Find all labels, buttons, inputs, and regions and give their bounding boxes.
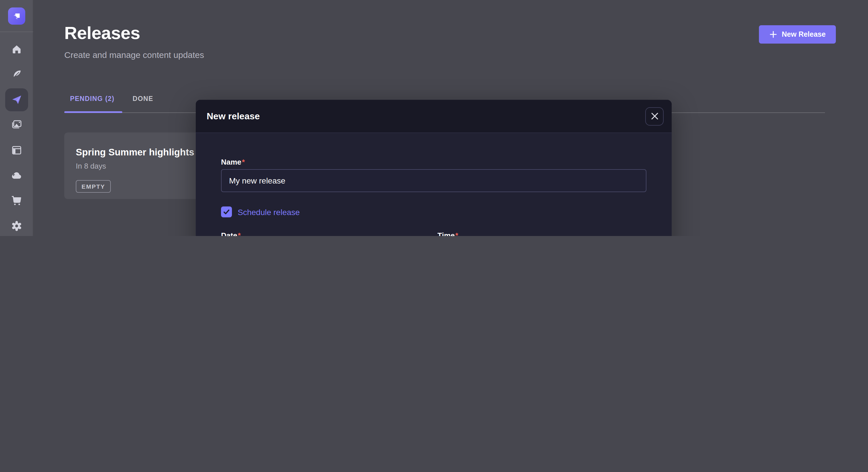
- sidebar-item-settings[interactable]: [5, 214, 28, 236]
- release-card[interactable]: Spring Summer highlights In 8 days EMPTY: [64, 133, 208, 199]
- plus-icon: [769, 30, 777, 38]
- sidebar-item-deploy[interactable]: [5, 164, 28, 187]
- release-card-title: Spring Summer highlights: [76, 147, 196, 158]
- page-title: Releases: [64, 23, 140, 43]
- release-card-due: In 8 days: [76, 162, 196, 170]
- check-icon: [223, 208, 230, 216]
- cloud-icon: [11, 170, 22, 181]
- sidebar-item-content-type-builder[interactable]: [5, 63, 28, 86]
- schedule-release-row[interactable]: Schedule release: [221, 206, 300, 217]
- layout-icon: [11, 144, 22, 156]
- active-tab-indicator: [64, 111, 122, 113]
- new-release-label: New Release: [782, 30, 826, 38]
- sidebar-item-marketplace[interactable]: [5, 189, 28, 212]
- time-label: Time*: [437, 231, 458, 236]
- name-input[interactable]: My new release: [221, 169, 646, 192]
- tab-pending[interactable]: PENDING (2): [70, 95, 115, 102]
- name-value: My new release: [229, 176, 639, 185]
- sidebar-item-media-library[interactable]: [5, 113, 28, 136]
- modal-close-button[interactable]: [645, 107, 663, 125]
- paper-plane-icon: [11, 94, 22, 105]
- sidebar-nav: [5, 38, 28, 236]
- sidebar-divider: [0, 32, 33, 32]
- required-marker: *: [242, 158, 245, 166]
- strapi-logo-icon[interactable]: [8, 7, 25, 25]
- required-marker: *: [238, 231, 241, 236]
- date-label: Date*: [221, 231, 241, 236]
- new-release-modal: New release Name* My new release Schedul…: [196, 100, 672, 236]
- schedule-release-checkbox[interactable]: [221, 206, 232, 217]
- home-icon: [11, 43, 22, 55]
- page-subtitle: Create and manage content updates: [64, 50, 204, 60]
- release-card-badge: EMPTY: [76, 180, 111, 193]
- app-window: KD Releases Create and manage content up…: [0, 0, 868, 236]
- close-icon: [650, 112, 659, 121]
- new-release-button[interactable]: New Release: [759, 25, 836, 43]
- modal-title: New release: [207, 111, 260, 121]
- sidebar-item-releases[interactable]: [5, 88, 28, 111]
- sidebar: KD: [0, 0, 33, 236]
- sidebar-item-content-manager[interactable]: [5, 139, 28, 162]
- gear-icon: [11, 220, 22, 232]
- required-marker: *: [455, 231, 458, 236]
- modal-header: New release: [196, 100, 672, 133]
- feather-icon: [11, 69, 22, 80]
- schedule-release-label[interactable]: Schedule release: [238, 207, 300, 216]
- cart-icon: [11, 195, 22, 206]
- images-icon: [11, 119, 22, 131]
- sidebar-item-home[interactable]: [5, 38, 28, 61]
- name-label: Name*: [221, 158, 245, 166]
- tab-done[interactable]: DONE: [133, 95, 153, 102]
